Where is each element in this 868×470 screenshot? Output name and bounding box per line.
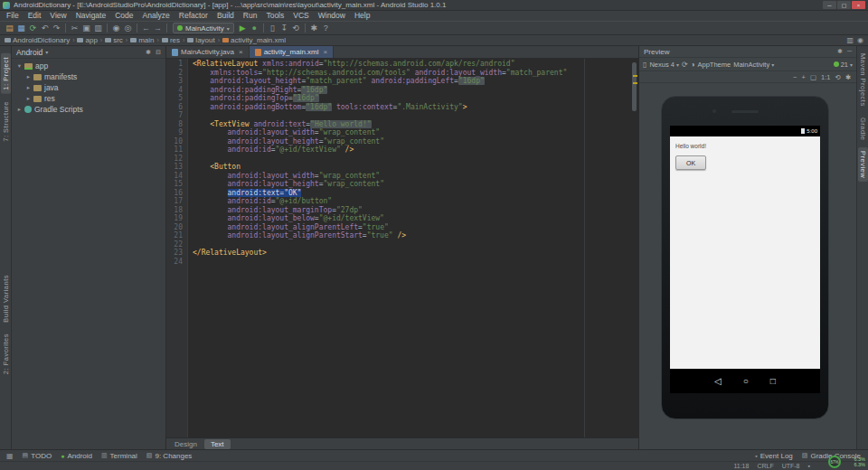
toolwindow-tab-android[interactable]: ●Android xyxy=(56,450,97,462)
code-line[interactable]: <TextView android:text="Hello world!" xyxy=(193,120,630,129)
chevron-down-icon[interactable]: ▾ xyxy=(15,62,24,70)
toolwindow-tab-terminal[interactable]: ▥Terminal xyxy=(97,450,142,462)
device-config-icon[interactable]: ▯ xyxy=(643,61,646,69)
code-line[interactable]: xmlns:tools="http://schemas.android.com/… xyxy=(193,69,630,78)
toolwindow-tab-1-project[interactable]: 1: Project xyxy=(1,53,11,94)
close-button[interactable]: × xyxy=(852,1,865,9)
code-line[interactable] xyxy=(193,258,630,267)
paste-icon[interactable]: ▥ xyxy=(92,23,104,34)
code-line[interactable]: android:layout_width="wrap_content" xyxy=(193,172,630,181)
code-line[interactable]: android:text="OK" xyxy=(193,189,630,198)
breadcrumb-item-main[interactable]: main xyxy=(130,36,154,44)
code-line[interactable] xyxy=(193,111,630,120)
settings-icon[interactable]: ✱ xyxy=(308,23,320,34)
render-settings-icon[interactable]: ✱ xyxy=(845,73,851,81)
breadcrumb-item-activity-main-xml[interactable]: activity_main.xml xyxy=(222,36,286,44)
theme-select[interactable]: AppTheme xyxy=(697,61,731,69)
code-line[interactable]: <RelativeLayout xmlns:android="http://sc… xyxy=(193,60,630,69)
zoom-actual-icon[interactable]: 1:1 xyxy=(821,73,830,81)
zoom-in-icon[interactable]: + xyxy=(801,73,805,81)
back-icon[interactable]: ← xyxy=(140,23,152,34)
toolwindow-tab-preview[interactable]: Preview xyxy=(858,147,868,182)
menu-tools[interactable]: Tools xyxy=(261,11,288,21)
editor-tab-activity-main-xml[interactable]: activity_main.xml× xyxy=(250,46,335,58)
menu-navigate[interactable]: Navigate xyxy=(71,11,111,21)
forward-icon[interactable]: → xyxy=(152,23,164,34)
toolwindow-switcher-icon[interactable]: ▦ xyxy=(3,452,17,460)
menu-window[interactable]: Window xyxy=(314,11,350,21)
theme-icon[interactable]: ◑ xyxy=(691,61,695,69)
project-view-select[interactable]: Android ▾ xyxy=(16,48,48,57)
menu-refactor[interactable]: Refactor xyxy=(175,11,212,21)
breadcrumb-item-app[interactable]: app xyxy=(77,36,97,44)
gear-icon[interactable]: ✱ xyxy=(146,49,151,56)
memory-gauge[interactable]: 67% xyxy=(828,456,841,468)
code-area[interactable]: <RelativeLayout xmlns:android="http://sc… xyxy=(188,59,630,437)
editor-tab-mainactivity-java[interactable]: MainActivity.java× xyxy=(166,46,250,58)
code-line[interactable]: android:layout_height="match_parent" and… xyxy=(193,77,630,86)
code-line[interactable]: android:layout_width="wrap_content" xyxy=(193,128,630,137)
tree-item-java[interactable]: ▸java xyxy=(12,82,165,93)
breadcrumb-item-layout[interactable]: layout xyxy=(187,36,214,44)
toolwindow-tab-maven-projects[interactable]: Maven Projects xyxy=(858,50,868,110)
orientation-icon[interactable]: ⟳ xyxy=(682,61,688,69)
activity-select[interactable]: MainActivity ▾ xyxy=(733,61,774,69)
lock-icon[interactable]: ▪ xyxy=(808,463,810,469)
run-config-select[interactable]: MainActivity▾ xyxy=(173,23,234,33)
breadcrumb-item-res[interactable]: res xyxy=(162,36,180,44)
find-icon[interactable]: ◉ xyxy=(110,23,122,34)
back-icon[interactable]: ◁ xyxy=(714,377,722,386)
code-line[interactable]: android:id="@+id/textView" /> xyxy=(193,146,630,155)
zoom-out-icon[interactable]: − xyxy=(793,73,797,81)
device-select[interactable]: Nexus 4 ▾ xyxy=(649,61,679,69)
search-everywhere-icon[interactable]: ◉ xyxy=(857,36,863,44)
toolwindow-tab-event-log[interactable]: ▪Event Log xyxy=(750,450,797,462)
toolwindow-tab-gradle[interactable]: Gradle xyxy=(858,114,868,145)
menu-run[interactable]: Run xyxy=(239,11,262,21)
menu-help[interactable]: Help xyxy=(350,11,374,21)
code-line[interactable]: </RelativeLayout> xyxy=(193,249,630,258)
open-icon[interactable]: ▤ xyxy=(4,23,15,34)
zoom-fit-icon[interactable]: ▢ xyxy=(810,73,816,81)
home-icon[interactable]: ○ xyxy=(743,377,749,386)
warning-stripe-mark[interactable] xyxy=(633,75,637,77)
menu-build[interactable]: Build xyxy=(212,11,239,21)
chevron-right-icon[interactable]: ▸ xyxy=(15,106,24,113)
avd-manager-icon[interactable]: ▯ xyxy=(267,23,278,34)
code-line[interactable]: android:layout_marginTop="27dp" xyxy=(193,206,630,215)
code-line[interactable]: android:layout_alignParentLeft="true" xyxy=(193,223,630,232)
code-line[interactable]: <Button xyxy=(193,163,630,172)
chevron-right-icon[interactable]: ▸ xyxy=(24,73,33,80)
toolwindow-tab-todo[interactable]: ▤TODO xyxy=(18,450,57,462)
android-monitor-icon[interactable]: ▥ xyxy=(846,36,854,44)
menu-analyze[interactable]: Analyze xyxy=(138,11,175,21)
help-icon[interactable]: ? xyxy=(320,23,332,34)
minimize-button[interactable]: ─ xyxy=(823,1,836,9)
status-item-utf-8[interactable]: UTF-8 xyxy=(782,463,800,469)
menu-view[interactable]: View xyxy=(45,11,71,21)
tree-item-manifests[interactable]: ▸manifests xyxy=(12,71,165,82)
gear-icon[interactable]: ✱ xyxy=(837,48,843,55)
toolwindow-tab-9-changes[interactable]: ▧9: Changes xyxy=(142,450,197,462)
chevron-right-icon[interactable]: ▸ xyxy=(24,95,33,102)
code-line[interactable]: android:layout_alignParentStart="true" /… xyxy=(193,231,630,240)
code-line[interactable] xyxy=(193,155,630,164)
close-icon[interactable]: × xyxy=(324,48,328,56)
gradle-sync-icon[interactable]: ⟲ xyxy=(290,23,302,34)
menu-vcs[interactable]: VCS xyxy=(288,11,313,21)
menu-code[interactable]: Code xyxy=(110,11,137,21)
scrollbar-thumb[interactable] xyxy=(632,62,637,111)
save-all-icon[interactable]: ▦ xyxy=(15,23,27,34)
api-level-select[interactable]: 21 ▾ xyxy=(834,61,853,69)
recents-icon[interactable]: □ xyxy=(770,377,776,386)
editor-scrollbar[interactable] xyxy=(630,59,638,437)
code-line[interactable]: android:layout_height="wrap_content" xyxy=(193,137,630,146)
tree-item-gradle-scripts[interactable]: ▸Gradle Scripts xyxy=(12,104,165,115)
menu-file[interactable]: File xyxy=(2,11,24,21)
sync-icon[interactable]: ⟳ xyxy=(27,23,39,34)
redo-icon[interactable]: ↷ xyxy=(51,23,62,34)
warning-stripe-mark[interactable] xyxy=(633,82,637,84)
sdk-manager-icon[interactable]: ↧ xyxy=(278,23,290,34)
toolwindow-tab-2-favorites[interactable]: 2: Favorites xyxy=(1,330,11,378)
undo-icon[interactable]: ↶ xyxy=(39,23,51,34)
